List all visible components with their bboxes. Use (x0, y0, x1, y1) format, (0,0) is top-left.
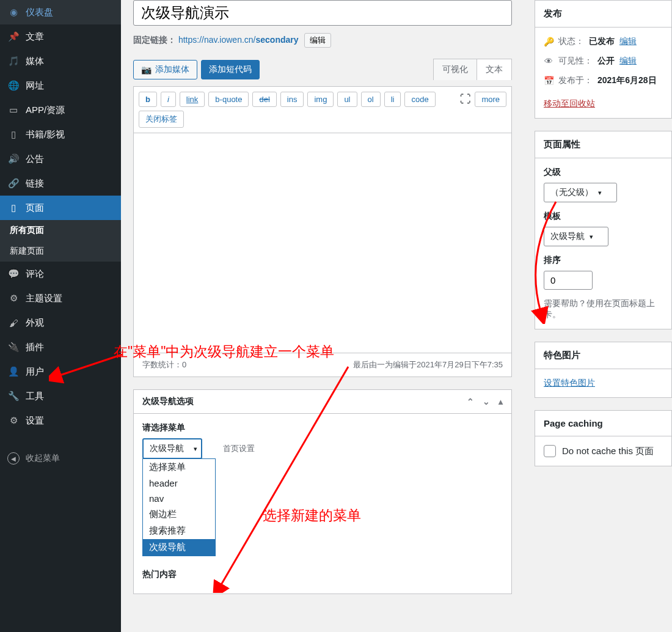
sidebar-item-theme-settings[interactable]: ⚙主题设置 (0, 286, 121, 310)
dashboard-icon: ◉ (7, 6, 20, 18)
last-edit: 最后由一为编辑于2021年7月29日下午7:35 (353, 359, 503, 370)
ed-b[interactable]: b (139, 92, 157, 107)
sidebar-item-pages[interactable]: ▯页面 (0, 196, 121, 220)
sidebar-label: 链接 (26, 178, 44, 189)
featured-image-box: 特色图片 设置特色图片 (535, 342, 672, 398)
select-menu-label: 请选择菜单 (142, 422, 503, 433)
sidebar-item-settings[interactable]: ⚙设置 (0, 408, 121, 433)
editor-toolbar: b i link b-quote del ins img ul ol li co… (133, 86, 512, 133)
pin-icon: 📌 (7, 31, 20, 43)
editor-status: 字数统计：0 最后由一为编辑于2021年7月29日下午7:35 (133, 353, 512, 377)
checkbox-label: Do not cache this 页面 (562, 446, 654, 457)
ed-code[interactable]: code (404, 92, 435, 107)
set-featured-image-link[interactable]: 设置特色图片 (544, 378, 595, 388)
ed-ol[interactable]: ol (361, 92, 381, 107)
ed-ins[interactable]: ins (280, 92, 304, 107)
sidebar-item-dashboard[interactable]: ◉仪表盘 (0, 0, 121, 24)
editor-tabs: 可视化 文本 (433, 59, 512, 80)
sidebar-label: 公告 (26, 153, 44, 165)
edit-status-link[interactable]: 编辑 (619, 36, 637, 47)
sidebar-item-url[interactable]: 🌐网址 (0, 73, 121, 98)
menu-select[interactable]: 次级导航 ▾ (142, 438, 202, 459)
dropdown-option[interactable]: 搜索推荐 (143, 523, 215, 539)
sidebar-label: 仪表盘 (26, 7, 53, 18)
page-title-input[interactable] (133, 0, 512, 26)
sidebar-label: 插件 (26, 342, 44, 353)
sidebar-label: 评论 (26, 268, 44, 280)
editor-textarea[interactable] (133, 133, 512, 353)
main-column: 固定链接： https://nav.iowen.cn/secondary 编辑 … (121, 0, 535, 632)
publish-box: 发布 🔑状态：已发布 编辑 👁可见性：公开 编辑 📅发布于：2021年6月28日… (535, 0, 672, 119)
caching-title: Page caching (535, 411, 671, 436)
sidebar-item-tools[interactable]: 🔧工具 (0, 384, 121, 408)
sidebar-item-users[interactable]: 👤用户 (0, 359, 121, 384)
submenu-new-page[interactable]: 新建页面 (0, 241, 121, 262)
menu-dropdown: 选择菜单 header nav 侧边栏 搜索推荐 次级导航 (142, 458, 216, 556)
status-value: 已发布 (589, 36, 615, 47)
wrench-icon: 🔧 (7, 390, 20, 402)
dropdown-option[interactable]: 选择菜单 (143, 459, 215, 476)
visibility-value: 公开 (597, 56, 615, 67)
sidebar-item-posts[interactable]: 📌文章 (0, 24, 121, 49)
no-cache-checkbox-row[interactable]: Do not cache this 页面 (544, 445, 663, 457)
camera-icon: 📷 (141, 65, 152, 75)
sidebar-label: 外观 (26, 317, 44, 329)
sidebar-item-media[interactable]: 🎵媒体 (0, 49, 121, 73)
sidebar-item-books[interactable]: ▯书籍/影视 (0, 122, 121, 147)
page-attr-title: 页面属性 (535, 131, 671, 158)
postbox-title: 次级导航选项 (142, 396, 194, 407)
tab-visual[interactable]: 可视化 (434, 59, 477, 80)
ed-i[interactable]: i (161, 92, 176, 107)
help-text: 需要帮助？使用在页面标题上卡。 (544, 298, 663, 320)
ed-link[interactable]: link (180, 92, 205, 107)
chevron-up-icon[interactable]: ⌃ (467, 397, 474, 406)
order-input[interactable] (544, 271, 593, 290)
edit-slug-button[interactable]: 编辑 (304, 33, 331, 48)
sidebar-item-appearance[interactable]: 🖌外观 (0, 310, 121, 335)
permalink-url[interactable]: https://nav.iowen.cn/secondary (178, 35, 299, 45)
ed-img[interactable]: img (307, 92, 334, 107)
dropdown-option[interactable]: 次级导航 (143, 539, 215, 556)
checkbox[interactable] (544, 445, 556, 457)
order-label: 排序 (544, 255, 663, 266)
sidebar-item-plugins[interactable]: 🔌插件 (0, 335, 121, 359)
ed-close-tags[interactable]: 关闭标签 (139, 111, 184, 128)
chevron-down-icon[interactable]: ⌄ (483, 397, 490, 406)
chevron-down-icon: ▾ (590, 233, 593, 240)
sidebar-item-notice[interactable]: 🔊公告 (0, 147, 121, 171)
dropdown-option[interactable]: nav (143, 491, 215, 506)
dropdown-option[interactable]: 侧边栏 (143, 506, 215, 523)
collapse-menu[interactable]: ◀收起菜单 (0, 445, 121, 472)
ed-li[interactable]: li (384, 92, 401, 107)
edit-visibility-link[interactable]: 编辑 (619, 56, 637, 67)
media-icon: 🎵 (7, 55, 20, 67)
gear-icon: ⚙ (7, 292, 20, 304)
dropdown-option[interactable]: header (143, 476, 215, 491)
sidebar-label: 设置 (26, 415, 44, 427)
add-shortcode-button[interactable]: 添加短代码 (201, 60, 260, 79)
user-icon: 👤 (7, 366, 20, 378)
ed-ul[interactable]: ul (337, 92, 357, 107)
postbox-header[interactable]: 次级导航选项 ⌃ ⌄ ▴ (134, 390, 511, 414)
permalink-row: 固定链接： https://nav.iowen.cn/secondary 编辑 (133, 33, 522, 48)
tab-text[interactable]: 文本 (477, 59, 511, 80)
plug-icon: 🔌 (7, 341, 20, 353)
add-media-button[interactable]: 📷添加媒体 (133, 60, 197, 79)
sidebar-item-links[interactable]: 🔗链接 (0, 171, 121, 196)
parent-label: 父级 (544, 167, 663, 178)
brush-icon: 🖌 (7, 317, 20, 329)
helper-text: 首页设置 (223, 444, 255, 453)
ed-more[interactable]: more (475, 92, 506, 107)
sidebar-item-comments[interactable]: 💬评论 (0, 262, 121, 286)
sidebar-item-app[interactable]: ▭APP/资源 (0, 98, 121, 122)
ed-bquote[interactable]: b-quote (208, 92, 249, 107)
parent-select[interactable]: （无父级）▾ (544, 183, 617, 202)
move-to-trash-link[interactable]: 移动至回收站 (544, 98, 595, 108)
ed-del[interactable]: del (252, 92, 276, 107)
sliders-icon: ⚙ (7, 414, 20, 427)
fullscreen-icon[interactable]: ⛶ (460, 93, 471, 106)
sidebar-submenu: 所有页面 新建页面 (0, 220, 121, 262)
submenu-all-pages[interactable]: 所有页面 (0, 220, 121, 241)
caret-up-icon[interactable]: ▴ (499, 397, 503, 406)
template-select[interactable]: 次级导航▾ (544, 227, 608, 246)
